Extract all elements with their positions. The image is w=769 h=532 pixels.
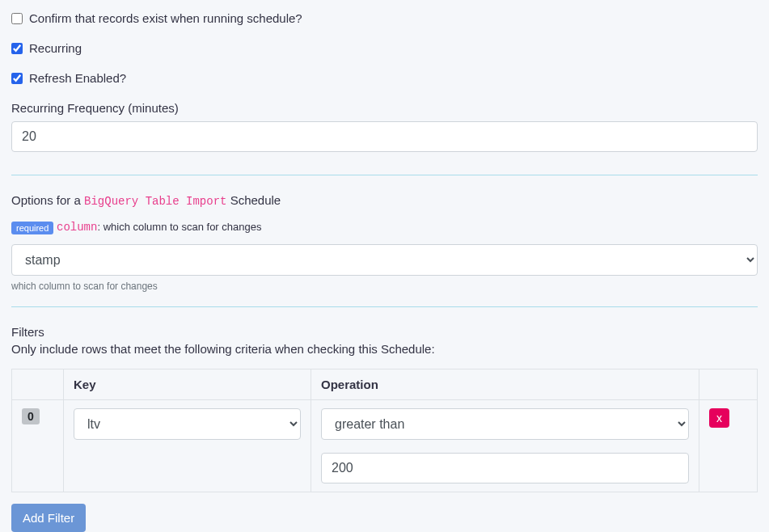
divider — [11, 306, 758, 307]
table-header-delete — [699, 369, 758, 399]
delete-filter-button[interactable]: x — [709, 408, 729, 429]
recurring-checkbox[interactable] — [11, 43, 23, 54]
add-filter-button[interactable]: Add Filter — [11, 504, 86, 532]
filter-value-input[interactable] — [321, 453, 689, 483]
column-help-text: which column to scan for changes — [11, 281, 758, 292]
table-header-row: Key Operation — [12, 369, 758, 399]
recurring-frequency-input[interactable] — [11, 121, 758, 152]
filter-operation-select[interactable]: greater than — [321, 408, 689, 440]
filters-heading: Filters — [11, 325, 758, 339]
column-select[interactable]: stamp — [11, 244, 758, 276]
column-field-header: required column: which column to scan fo… — [11, 221, 758, 234]
options-heading: Options for a BigQuery Table Import Sche… — [11, 193, 758, 208]
options-suffix: Schedule — [226, 193, 281, 207]
row-index-badge: 0 — [22, 408, 40, 424]
confirm-records-label[interactable]: Confirm that records exist when running … — [29, 11, 302, 25]
table-row: 0 ltv greater than x — [12, 399, 758, 492]
options-prefix: Options for a — [11, 193, 84, 207]
column-description: : which column to scan for changes — [97, 221, 261, 233]
table-header-index — [12, 369, 64, 399]
recurring-frequency-label: Recurring Frequency (minutes) — [11, 101, 758, 115]
refresh-enabled-label[interactable]: Refresh Enabled? — [29, 71, 126, 85]
filters-table: Key Operation 0 ltv greater than — [11, 369, 758, 492]
refresh-enabled-checkbox[interactable] — [11, 73, 23, 84]
schedule-type-code: BigQuery Table Import — [84, 195, 226, 208]
table-header-operation: Operation — [311, 369, 699, 399]
confirm-records-checkbox[interactable] — [11, 13, 23, 24]
required-badge: required — [11, 222, 53, 234]
table-header-key: Key — [64, 369, 311, 399]
filters-description: Only include rows that meet the followin… — [11, 342, 758, 356]
filter-key-select[interactable]: ltv — [74, 408, 301, 440]
column-code-label: column — [57, 221, 97, 234]
divider — [11, 175, 758, 175]
recurring-label[interactable]: Recurring — [29, 41, 82, 55]
